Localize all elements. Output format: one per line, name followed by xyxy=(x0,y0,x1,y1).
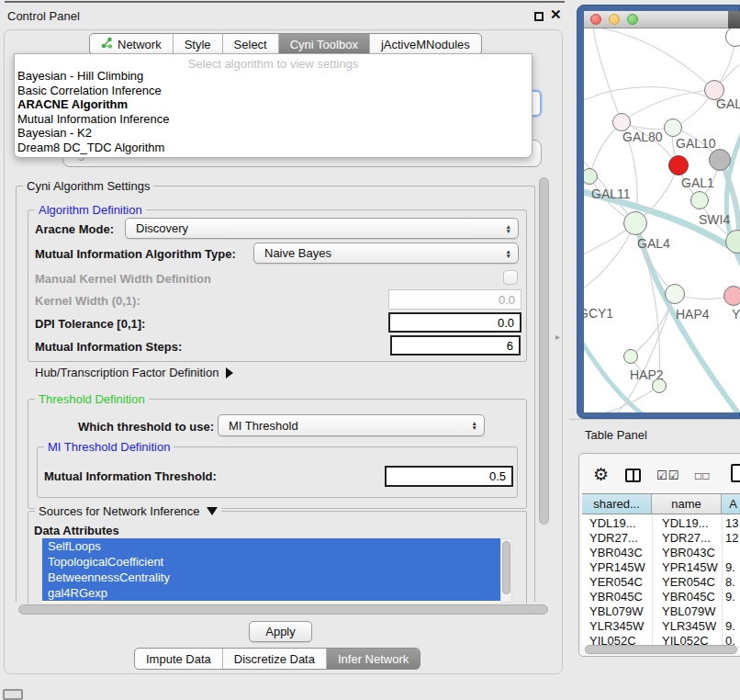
dpi-tolerance-field[interactable]: 0.0 xyxy=(388,312,521,333)
node-gray[interactable] xyxy=(709,149,731,171)
table-row[interactable]: YBR045CYBR045C9. xyxy=(582,589,740,604)
mi-threshold-field[interactable]: 0.5 xyxy=(385,466,513,487)
network-edge xyxy=(602,28,714,90)
stepper-arrows-icon: ▲▼ xyxy=(506,224,511,233)
select-all-icon[interactable]: ☑☑ xyxy=(656,469,679,482)
data-attributes-label: Data Attributes xyxy=(34,524,119,537)
settings-vscrollbar-thumb[interactable] xyxy=(539,177,549,525)
columns-icon[interactable] xyxy=(625,469,641,482)
screen: Control Panel ✕ NetworkStyleSelectCyni T… xyxy=(0,0,740,700)
node-hap4[interactable] xyxy=(665,284,685,304)
table-cell: YBR045C xyxy=(582,590,652,604)
table-row[interactable]: YPR145WYPR145W9. xyxy=(582,559,740,574)
tab-discretize-data-label: Discretize Data xyxy=(234,652,315,666)
kernel-width-field: 0.0 xyxy=(388,289,521,310)
tab-network-label: Network xyxy=(118,38,162,51)
apply-button[interactable]: Apply xyxy=(249,621,312,642)
column-header-name[interactable]: name xyxy=(652,493,722,514)
mi-type-combo[interactable]: Naive Bayes ▲▼ xyxy=(253,243,519,264)
table-cell: YBL079W xyxy=(582,604,652,618)
table-cell: YBR045C xyxy=(652,590,722,604)
attribute-item-selfloops[interactable]: SelfLoops xyxy=(42,538,500,554)
network-window-titlebar[interactable] xyxy=(584,11,740,28)
sources-title[interactable]: Sources for Network Inference xyxy=(35,504,221,518)
minimized-panel-icon[interactable] xyxy=(3,689,23,700)
minimize-window-icon[interactable] xyxy=(609,14,620,25)
close-panel-icon[interactable]: ✕ xyxy=(550,6,562,23)
zoom-window-icon[interactable] xyxy=(627,14,638,25)
table-row[interactable]: YER054CYER054C8. xyxy=(582,574,740,589)
table-cell: 9. xyxy=(722,560,740,574)
table-row[interactable]: YBR043CYBR043C xyxy=(582,545,740,559)
table-row[interactable]: YDR27...YDR27...12 xyxy=(582,530,740,545)
panel-top-rule xyxy=(5,1,565,3)
expand-right-icon xyxy=(226,367,233,378)
dropdown-item-bayesian-hill-climbing[interactable]: Bayesian - Hill Climbing xyxy=(15,69,532,84)
table-cell: YDR27... xyxy=(582,531,652,545)
node-gal80[interactable] xyxy=(612,113,631,131)
close-window-icon[interactable] xyxy=(590,14,601,25)
float-window-icon[interactable] xyxy=(534,12,544,21)
which-threshold-combo[interactable]: MI Threshold ▲▼ xyxy=(218,414,485,436)
hub-expander[interactable]: Hub/Transcription Factor Definition xyxy=(35,366,233,379)
attribute-item-betweennesscentrality[interactable]: BetweennessCentrality xyxy=(42,570,500,585)
dropdown-item-mutual-information-inference[interactable]: Mutual Information Inference xyxy=(15,112,532,127)
aracne-mode-combo[interactable]: Discovery ▲▼ xyxy=(125,218,519,239)
node-swi4[interactable] xyxy=(690,191,709,209)
node-gal10[interactable] xyxy=(664,119,682,137)
network-canvas[interactable]: GALGAL80GAL10GAL1GAL11SWI4GAL4GCY1HAP4YH… xyxy=(584,28,740,412)
attr-list-scrollbar-thumb[interactable] xyxy=(502,541,510,594)
tab-impute-data[interactable]: Impute Data xyxy=(135,649,222,669)
panel-title: Control Panel xyxy=(7,9,80,23)
splitter-arrow-icon[interactable]: ▸ xyxy=(555,332,560,342)
table-rows[interactable]: YDL19...YDL19...13YDR27...YDR27...12YBR0… xyxy=(582,515,740,646)
algorithm-dropdown[interactable]: Select algorithm to view settings Bayesi… xyxy=(14,53,533,158)
manual-kernel-checkbox[interactable] xyxy=(503,270,518,285)
dropdown-item-basic-correlation-inference[interactable]: Basic Correlation Inference xyxy=(15,84,532,98)
table-cell: 13 xyxy=(722,516,740,530)
deselect-all-icon[interactable]: □□ xyxy=(695,469,711,482)
tab-jactivemnodules[interactable]: jActiveMNodules xyxy=(369,34,481,54)
tab-select-label: Select xyxy=(234,38,267,51)
tab-discretize-data[interactable]: Discretize Data xyxy=(222,649,326,669)
table-row[interactable]: YIL052CYIL052C0. xyxy=(582,633,740,646)
cyni-mode-tabs: Impute DataDiscretize DataInfer Network xyxy=(134,648,420,670)
column-header-a[interactable]: A xyxy=(722,493,740,514)
stepper-arrows-icon: ▲▼ xyxy=(472,421,477,430)
kernel-width-label: Kernel Width (0,1): xyxy=(35,294,140,308)
node-pink-label: Y xyxy=(732,307,740,322)
table-cell: YBR043C xyxy=(582,546,652,559)
settings-hscrollbar-thumb[interactable] xyxy=(18,604,548,615)
dpi-tolerance-label: DPI Tolerance [0,1]: xyxy=(35,317,145,331)
attribute-item-gal4rgexp[interactable]: gal4RGexp xyxy=(42,585,500,601)
dropdown-item-bayesian-k2[interactable]: Bayesian - K2 xyxy=(15,126,532,141)
tab-network[interactable]: Network xyxy=(90,34,173,54)
table-cell: YBL079W xyxy=(652,604,722,618)
column-header-shared[interactable]: shared... xyxy=(582,493,652,514)
tab-style[interactable]: Style xyxy=(173,34,222,54)
tab-style-label: Style xyxy=(185,38,211,51)
node-pink[interactable] xyxy=(723,286,740,306)
dropdown-item-aracne-algorithm[interactable]: ARACNE Algorithm xyxy=(15,97,532,112)
tab-infer-network[interactable]: Infer Network xyxy=(326,649,420,669)
table-row[interactable]: YBL079WYBL079W xyxy=(582,604,740,618)
node-hap2[interactable] xyxy=(623,349,638,364)
node-bottom[interactable] xyxy=(652,378,667,393)
document-icon[interactable] xyxy=(731,464,740,482)
table-hscrollbar-thumb[interactable] xyxy=(585,645,737,654)
mi-threshold-label: Mutual Information Threshold: xyxy=(44,469,217,483)
node-gal4[interactable] xyxy=(623,211,647,235)
table-cell: YDL19... xyxy=(652,516,722,530)
table-cell: YER054C xyxy=(652,575,722,589)
table-row[interactable]: YLR345WYLR345W9. xyxy=(582,618,740,633)
mi-steps-field[interactable]: 6 xyxy=(390,335,521,356)
gear-icon[interactable]: ⚙ xyxy=(593,464,609,485)
node-gal1[interactable] xyxy=(668,155,689,175)
attribute-item-topologicalcoefficient[interactable]: TopologicalCoefficient xyxy=(42,554,500,570)
node-gal-label: GAL xyxy=(716,96,740,111)
tab-select[interactable]: Select xyxy=(222,34,278,54)
data-attributes-list[interactable]: SelfLoopsTopologicalCoefficientBetweenne… xyxy=(42,538,500,603)
tab-cyni-toolbox[interactable]: Cyni Toolbox xyxy=(278,34,369,54)
table-row[interactable]: YDL19...YDL19...13 xyxy=(582,515,740,530)
dropdown-item-dream8-dc-tdc-algorithm[interactable]: Dream8 DC_TDC Algorithm xyxy=(15,141,532,155)
